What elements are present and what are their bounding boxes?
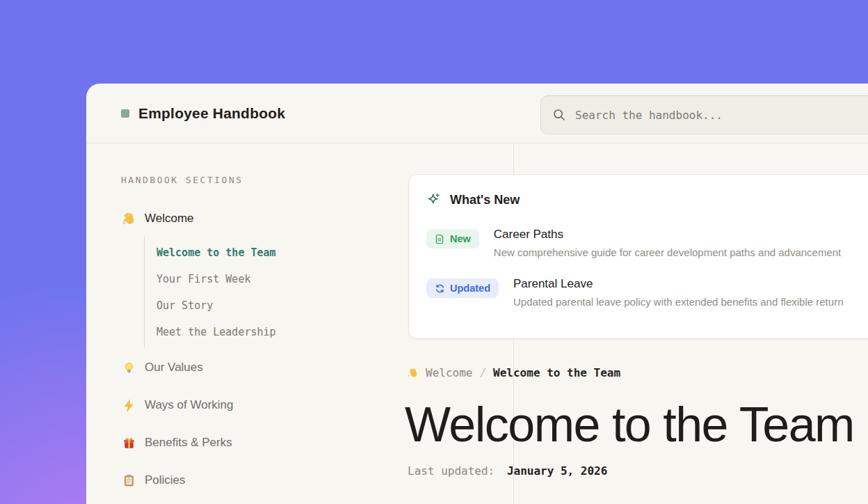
brand: Employee Handbook [121,84,285,143]
subnav-item-meet-the-leadership[interactable]: Meet the Leadership [145,319,357,345]
page-title: Welcome to the Team [405,397,854,452]
breadcrumb-separator: / [479,366,486,379]
sidebar-section-label: HANDBOOK SECTIONS [121,175,357,185]
whats-new-title: What's New [450,193,520,207]
breadcrumb-current-page: Welcome to the Team [493,366,620,379]
clipboard-icon [121,474,136,487]
search-box[interactable] [540,95,868,134]
refresh-icon [435,283,445,294]
document-icon [435,234,445,244]
sidebar-item-our-values[interactable]: Our Values [121,358,357,377]
updated-badge: Updated [426,278,499,298]
sidebar-item-label: Ways of Working [145,398,234,412]
whats-new-item[interactable]: New Career Paths New comprehensive guide… [426,228,868,258]
bulb-icon [121,361,136,375]
app-title: Employee Handbook [138,105,285,122]
whats-new-item-text: Parental Leave Updated parental leave po… [513,277,843,308]
sidebar-item-label: Benefits & Perks [145,436,232,450]
subnav-item-your-first-week[interactable]: Your First Week [145,266,357,292]
search-icon [552,108,566,122]
app-window: Employee Handbook HANDBOOK SECTIONS [86,84,868,504]
whats-new-item-text: Career Paths New comprehensive guide for… [494,228,841,258]
breadcrumb: Welcome / Welcome to the Team [408,366,620,379]
wave-icon [408,368,419,379]
subnav-item-our-story[interactable]: Our Story [145,292,357,319]
whats-new-item[interactable]: Updated Parental Leave Updated parental … [426,277,868,308]
last-updated: Last updated: January 5, 2026 [408,464,607,478]
sparkle-icon [426,193,441,207]
whats-new-item-title: Parental Leave [513,277,843,291]
sidebar-subnav-welcome: Welcome to the Team Your First Week Our … [144,237,357,348]
wave-icon [121,212,136,226]
whats-new-item-description: Updated parental leave policy with exten… [513,296,843,308]
new-badge: New [426,229,479,249]
zap-icon [121,399,136,412]
badge-label: Updated [450,283,490,294]
search-input[interactable] [575,109,868,122]
last-updated-label: Last updated: [408,464,495,478]
whats-new-card: What's New New Career Paths New comprehe… [408,174,868,339]
sidebar-item-ways-of-working[interactable]: Ways of Working [121,395,357,415]
sidebar-item-label: Welcome [145,212,194,226]
sidebar: HANDBOOK SECTIONS Welcome [121,175,357,490]
whats-new-header: What's New [426,193,868,207]
sidebar-item-benefits-perks[interactable]: Benefits & Perks [121,433,357,452]
sidebar-item-label: Policies [145,473,186,487]
breadcrumb-section-link[interactable]: Welcome [426,366,472,379]
whats-new-item-description: New comprehensive guide for career devel… [494,246,841,258]
app-header: Employee Handbook [86,84,868,143]
sidebar-item-label: Our Values [145,361,203,375]
last-updated-value: January 5, 2026 [507,464,608,478]
badge-label: New [450,233,471,244]
gift-icon [121,436,136,450]
whats-new-item-title: Career Paths [494,228,841,242]
sidebar-item-welcome[interactable]: Welcome [121,209,357,228]
logo-square-icon [121,109,129,118]
subnav-item-welcome-to-the-team[interactable]: Welcome to the Team [145,239,357,266]
sidebar-item-policies[interactable]: Policies [121,471,357,490]
